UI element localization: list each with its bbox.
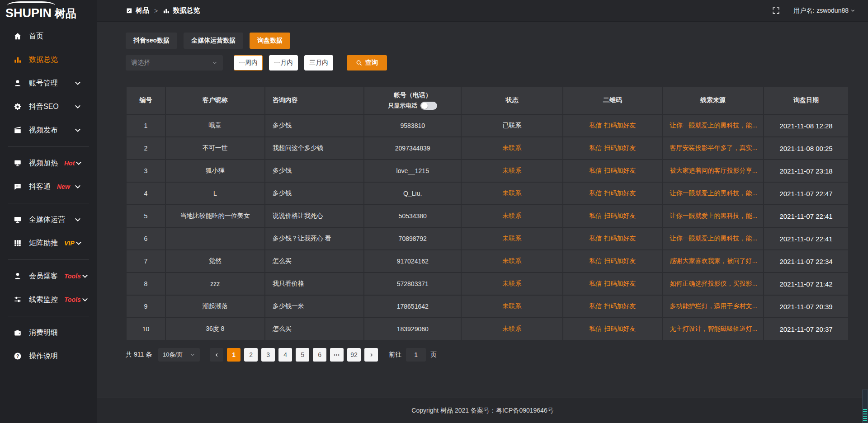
sidebar-item-omni-media[interactable]: 全媒体运营 [0,208,97,231]
sidebar-item-operation-guide[interactable]: ?操作说明 [0,344,97,368]
sidebar-item-clue-monitor[interactable]: 线索监控Tools [0,288,97,311]
cell-qrcode: 私信扫码加好友 [563,160,663,183]
floating-widget[interactable] [862,390,868,423]
menu-badge: Tools [64,296,81,303]
private-message-link[interactable]: 私信 [589,257,602,265]
sidebar-item-member-baoke[interactable]: 会员爆客Tools [0,264,97,288]
page-button-1[interactable]: 1 [227,348,241,362]
fullscreen-icon[interactable] [772,7,780,14]
source-link[interactable]: 如何正确选择投影仪，买投影... [670,280,758,288]
prev-page-button[interactable] [210,348,223,362]
next-page-button[interactable] [364,348,378,362]
private-message-link[interactable]: 私信 [589,302,602,310]
private-message-link[interactable]: 私信 [589,235,602,243]
cell-nickname: 潮起潮落 [166,296,265,318]
source-link[interactable]: 被大家追着问的客厅投影分享... [670,167,758,175]
chart-mini-icon [163,7,170,14]
range-button-1[interactable]: 一月内 [269,55,298,70]
cell-source: 让你一眼就爱上的黑科技，能... [663,228,764,250]
private-message-link[interactable]: 私信 [589,212,602,220]
scan-add-friend-link[interactable]: 扫码加好友 [604,325,636,333]
cell-content: 怎么买 [265,318,365,341]
sidebar-item-home[interactable]: 首页 [0,24,97,48]
scan-add-friend-link[interactable]: 扫码加好友 [604,302,636,310]
toggle-knob [421,103,428,109]
cell-date: 2021-11-07 22:34 [764,250,849,273]
sidebar-divider [8,259,89,260]
breadcrumb-root[interactable]: 树品 [136,6,149,15]
page-button-6[interactable]: 6 [313,348,326,362]
tab-2[interactable]: 询盘数据 [250,33,290,49]
source-link[interactable]: 让你一眼就爱上的黑科技，能... [670,189,758,197]
page-buttons: 123456•••92 [210,348,378,362]
sidebar-item-account-management[interactable]: 账号管理 [0,71,97,95]
scan-add-friend-link[interactable]: 扫码加好友 [604,212,636,220]
chevron-down-icon [81,296,89,304]
page-button-5[interactable]: 5 [296,348,309,362]
cell-account: 50534380 [364,205,462,228]
scan-add-friend-link[interactable]: 扫码加好友 [604,144,636,152]
cell-content: 多少钱 [265,115,365,137]
page-button-2[interactable]: 2 [244,348,258,362]
sidebar-item-consumption-detail[interactable]: 消费明细 [0,321,97,344]
private-message-link[interactable]: 私信 [589,122,602,130]
filter-select[interactable]: 请选择 [126,55,223,70]
page-size-select[interactable]: 10条/页 [158,348,200,362]
chevron-down-icon[interactable] [850,8,855,13]
page-button-3[interactable]: 3 [261,348,275,362]
source-link[interactable]: 多功能护栏灯，适用于乡村文... [670,302,758,310]
sidebar-item-data-overview[interactable]: 数据总览 [0,48,97,71]
sidebar-item-video-heating[interactable]: 视频加热Hot [0,151,97,175]
source-link[interactable]: 客厅安装投影半年多了，真实... [670,144,758,152]
data-tabs: 抖音seo数据全媒体运营数据询盘数据 [126,33,849,49]
cell-qrcode: 私信扫码加好友 [563,137,663,160]
scan-add-friend-link[interactable]: 扫码加好友 [604,257,636,265]
sidebar-item-doukotong[interactable]: 抖客通New [0,175,97,198]
phone-only-toggle[interactable] [420,102,437,110]
cell-source: 让你一眼就爱上的黑科技，能... [663,205,764,228]
range-button-2[interactable]: 三月内 [304,55,333,70]
phone-only-control: 只显示电话 [388,102,437,110]
private-message-link[interactable]: 私信 [589,167,602,175]
cell-content: 多少钱？让我死心 看 [265,228,365,250]
range-button-0[interactable]: 一周内 [234,55,263,70]
sidebar-item-matrix-boost[interactable]: 矩阵助推VIP [0,231,97,255]
username[interactable]: 用户名: zswodun88 [793,7,849,15]
private-message-link[interactable]: 私信 [589,325,602,333]
private-message-link[interactable]: 私信 [589,144,602,152]
cell-no: 6 [127,228,166,250]
source-link[interactable]: 无主灯设计，智能磁吸轨道灯... [670,325,758,333]
sidebar-item-label: 会员爆客 [29,272,58,281]
source-link[interactable]: 感谢大家喜欢我家，被问了好... [670,257,758,265]
goto-page-input[interactable] [406,348,426,362]
header-status: 状态 [462,87,563,115]
status-badge: 未联系 [462,228,563,250]
page-button-92[interactable]: 92 [347,348,361,362]
query-button[interactable]: 查询 [347,55,387,70]
private-message-link[interactable]: 私信 [589,189,602,197]
source-link[interactable]: 让你一眼就爱上的黑科技，能... [670,212,758,220]
tab-0[interactable]: 抖音seo数据 [126,33,177,49]
table-row: 7觉然怎么买917024162未联系私信扫码加好友感谢大家喜欢我家，被问了好..… [127,250,849,273]
scan-add-friend-link[interactable]: 扫码加好友 [604,280,636,288]
sidebar-item-douyin-seo[interactable]: 抖音SEO [0,95,97,118]
header-source: 线索来源 [663,87,764,115]
cell-account: 183929060 [364,318,462,341]
cell-date: 2021-11-08 00:25 [764,137,849,160]
cell-date: 2021-11-07 22:41 [764,205,849,228]
private-message-link[interactable]: 私信 [589,280,602,288]
sidebar-item-label: 数据总览 [29,55,58,65]
scan-add-friend-link[interactable]: 扫码加好友 [604,235,636,243]
chevron-right-icon [369,352,374,357]
tab-1[interactable]: 全媒体运营数据 [184,33,243,49]
source-link[interactable]: 让你一眼就爱上的黑科技，能... [670,235,758,243]
scan-add-friend-link[interactable]: 扫码加好友 [604,122,636,130]
cell-nickname: 觉然 [166,250,265,273]
page-button-4[interactable]: 4 [278,348,292,362]
source-link[interactable]: 让你一眼就爱上的黑科技，能... [670,122,758,130]
more-pages-button[interactable]: ••• [330,348,344,362]
member-icon [14,272,22,280]
sidebar-item-video-publish[interactable]: 视频发布 [0,118,97,142]
scan-add-friend-link[interactable]: 扫码加好友 [604,189,636,197]
scan-add-friend-link[interactable]: 扫码加好友 [604,167,636,175]
